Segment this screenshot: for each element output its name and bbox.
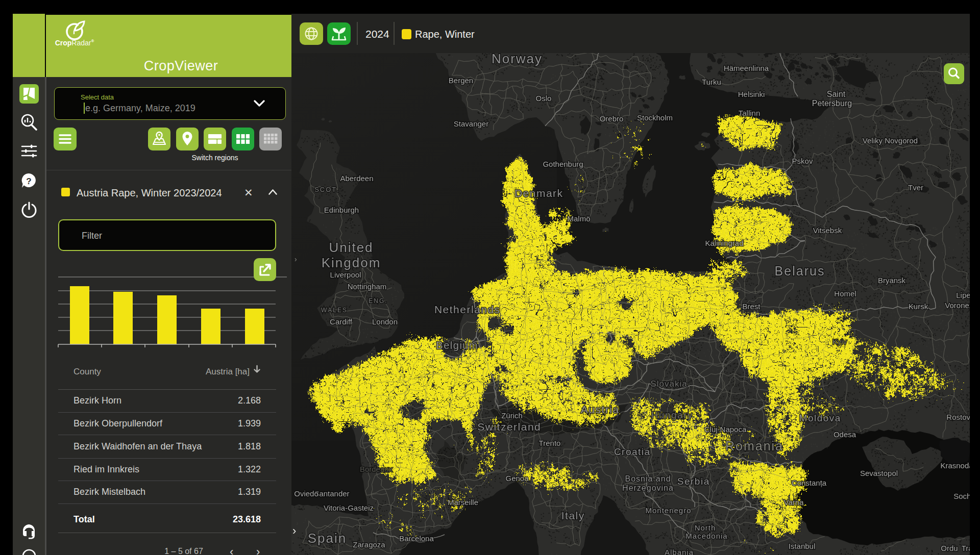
svg-text:?: ?: [26, 176, 31, 186]
